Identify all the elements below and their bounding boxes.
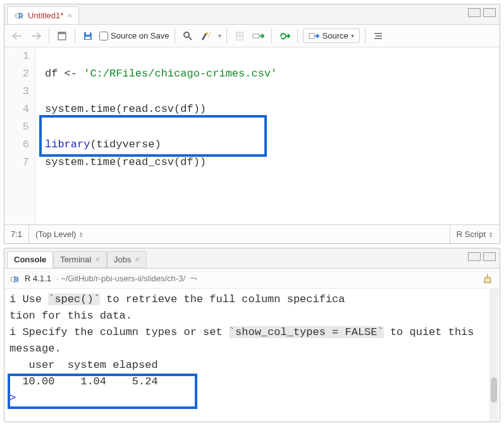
close-tab-icon[interactable]: × (135, 255, 140, 264)
maximize-pane-button[interactable] (483, 8, 496, 17)
svg-rect-6 (86, 32, 90, 35)
close-tab-icon[interactable]: × (95, 255, 100, 264)
svg-rect-4 (58, 32, 66, 34)
editor-statusbar: 7:1 (Top Level) R Script (4, 224, 500, 243)
scope-selector[interactable]: (Top Level) (29, 225, 450, 243)
forward-button[interactable] (28, 28, 44, 44)
working-directory: · ~/GitHub/r-pbi-users-ii/slides/ch-3/ (56, 274, 185, 283)
svg-point-7 (184, 32, 189, 37)
line-number: 6 (4, 136, 29, 154)
console-tab[interactable]: Console (7, 251, 53, 268)
clear-console-button[interactable] (482, 272, 495, 285)
code-text: system.time(read_csv(df)) (45, 156, 206, 168)
r-version: R 4.1.1 (25, 274, 51, 283)
code-text: df <- (45, 68, 83, 80)
source-on-save-label: Source on Save (111, 31, 169, 40)
report-button[interactable] (232, 28, 247, 44)
outline-button[interactable] (371, 28, 386, 44)
line-gutter: 1 2 3 4 5 6 7 (4, 47, 36, 224)
cursor-position: 7:1 (4, 225, 29, 243)
console-output[interactable]: i Use `spec()` to retrieve the full colu… (4, 289, 500, 422)
line-number: 7 (4, 154, 29, 171)
terminal-tab[interactable]: Terminal × (53, 251, 107, 268)
run-button[interactable] (251, 28, 266, 44)
pane-window-controls (468, 8, 496, 17)
svg-rect-16 (309, 34, 314, 39)
code-keyword: library (45, 138, 90, 150)
r-logo-icon: R (9, 274, 20, 284)
code-editor[interactable]: 1 2 3 4 5 6 7 df <- 'C:/RFiles/chicago-c… (4, 47, 500, 224)
minimize-pane-button[interactable] (468, 252, 481, 261)
rerun-button[interactable] (277, 28, 292, 44)
svg-rect-5 (85, 37, 90, 39)
save-button[interactable] (80, 28, 95, 44)
editor-tab-label: Untitled1* (28, 11, 63, 20)
console-text: i Specify the column types or set (9, 326, 229, 338)
console-text: to retrieve the full column specifica (100, 293, 345, 305)
close-tab-icon[interactable]: × (67, 11, 72, 20)
show-in-new-window-button[interactable] (54, 28, 70, 44)
maximize-pane-button[interactable] (483, 252, 496, 261)
goto-dir-icon[interactable]: ⤳ (190, 274, 197, 283)
console-text: tion for this data. (9, 310, 132, 322)
scope-label: (Top Level) (35, 229, 83, 239)
jobs-tab-label: Jobs (114, 255, 131, 264)
language-selector[interactable]: R Script (450, 229, 500, 239)
console-code: `show_col_types = FALSE` (229, 326, 384, 338)
line-number: 1 (4, 47, 29, 65)
editor-tab-untitled1[interactable]: R Untitled1* × (7, 6, 79, 24)
annotation-highlight-editor (39, 115, 267, 157)
svg-point-9 (209, 33, 211, 34)
source-on-save-checkbox[interactable]: Source on Save (99, 31, 169, 40)
timing-values: 10.00 1.04 5.24 (9, 375, 164, 387)
r-file-icon: R (14, 10, 24, 20)
console-code: `spec()` (48, 293, 100, 305)
svg-line-8 (188, 37, 192, 40)
editor-toolbar: Source on Save ▾ Source ▾ (4, 25, 500, 47)
svg-point-10 (208, 35, 209, 37)
line-number: 2 (4, 65, 29, 83)
minimize-pane-button[interactable] (468, 8, 481, 17)
console-prompt: > (9, 392, 16, 404)
code-tools-dropdown-icon[interactable]: ▾ (218, 32, 221, 39)
pane-window-controls (468, 252, 496, 261)
source-button[interactable]: Source ▾ (303, 28, 360, 43)
source-editor-pane: R Untitled1* × Source on Save (4, 4, 500, 244)
code-tools-button[interactable] (199, 28, 214, 44)
svg-text:R: R (14, 276, 19, 283)
console-tabbar: Console Terminal × Jobs × (4, 248, 500, 269)
code-text: (tidyverse) (90, 138, 161, 150)
timing-header: user system elapsed (9, 359, 164, 371)
back-button[interactable] (9, 28, 25, 44)
source-dropdown-icon: ▾ (351, 32, 354, 39)
svg-text:R: R (18, 13, 23, 20)
find-button[interactable] (180, 28, 195, 44)
source-button-label: Source (323, 31, 348, 40)
code-string: 'C:/RFiles/chicago-crimes.csv' (83, 68, 277, 80)
terminal-tab-label: Terminal (60, 255, 91, 264)
svg-rect-11 (237, 32, 243, 40)
line-number: 4 (4, 101, 29, 118)
line-number: 3 (4, 83, 29, 101)
svg-rect-15 (253, 34, 259, 38)
console-scrollbar[interactable] (489, 289, 498, 422)
code-text: system.time(read.csv(df)) (45, 103, 206, 115)
console-pane: Console Terminal × Jobs × R R 4.1.1 · ~/… (4, 248, 500, 422)
console-text: i Use (9, 293, 48, 305)
code-body[interactable]: df <- 'C:/RFiles/chicago-crimes.csv' sys… (36, 47, 500, 224)
editor-tabbar: R Untitled1* × (4, 4, 500, 25)
source-on-save-input[interactable] (99, 32, 108, 40)
jobs-tab[interactable]: Jobs × (107, 251, 147, 268)
line-number: 5 (4, 118, 29, 136)
console-header: R R 4.1.1 · ~/GitHub/r-pbi-users-ii/slid… (4, 269, 500, 289)
scroll-thumb[interactable] (491, 377, 497, 403)
console-tab-label: Console (14, 255, 46, 264)
